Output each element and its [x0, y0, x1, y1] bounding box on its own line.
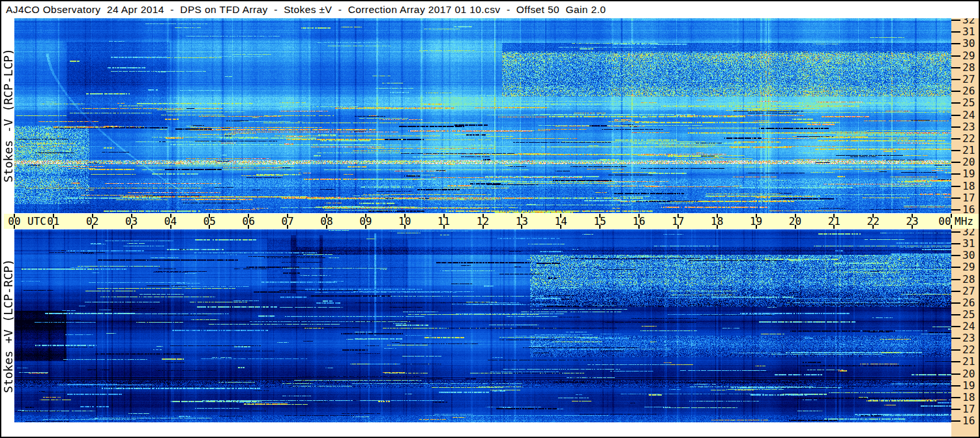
- freq-tick-top: [951, 209, 960, 211]
- freq-tick-bottom: [951, 397, 960, 398]
- freq-label-bottom: 17: [962, 403, 978, 415]
- freq-label-top: 27: [962, 74, 978, 85]
- freq-label-top: 26: [962, 85, 978, 97]
- freq-tick-bottom: [951, 373, 960, 375]
- hour-label: 00: [934, 214, 956, 229]
- hour-label: 15: [589, 214, 611, 229]
- freq-tick-top: [951, 91, 960, 92]
- hour-label: 02: [82, 214, 104, 229]
- freq-label-top: 21: [962, 145, 978, 156]
- freq-label-top: 25: [962, 97, 978, 109]
- hour-label: 10: [394, 214, 416, 229]
- freq-tick-top: [951, 43, 960, 44]
- freq-tick-top: [951, 162, 960, 163]
- freq-label-bottom: 19: [962, 380, 978, 392]
- freq-label-bottom: 20: [962, 368, 978, 380]
- freq-tick-bottom: [951, 231, 960, 233]
- freq-tick-top: [951, 126, 960, 128]
- freq-label-top: 17: [962, 192, 978, 204]
- freq-tick-top: [951, 115, 960, 116]
- freq-label-bottom: 21: [962, 356, 978, 368]
- freq-tick-bottom: [951, 314, 960, 315]
- freq-tick-top: [951, 102, 960, 104]
- freq-label-top: 18: [962, 181, 978, 192]
- freq-label-bottom: 31: [962, 238, 978, 250]
- hour-label: 11: [433, 214, 455, 229]
- freq-tick-bottom: [951, 255, 960, 256]
- freq-label-bottom: 23: [962, 332, 978, 344]
- hour-label: 16: [628, 214, 650, 229]
- freq-label-bottom: 29: [962, 261, 978, 273]
- freq-label-bottom: 24: [962, 321, 978, 332]
- freq-label-top: 30: [962, 38, 978, 50]
- freq-label-bottom: 25: [962, 309, 978, 321]
- hour-label: 07: [276, 214, 299, 229]
- freq-tick-top: [951, 150, 960, 151]
- freq-tick-bottom: [951, 267, 960, 268]
- hour-label: 13: [511, 214, 533, 229]
- freq-tick-top: [951, 197, 960, 199]
- panel-label-stokes-plus-v: Stokes +V (LCP-RCP): [1, 259, 15, 393]
- freq-tick-bottom: [951, 409, 960, 410]
- hour-label: 08: [316, 214, 338, 229]
- freq-label-top: 31: [962, 26, 978, 38]
- hour-label: 17: [667, 214, 689, 229]
- freq-tick-top: [951, 67, 960, 68]
- freq-tick-top: [951, 55, 960, 57]
- hour-label: 12: [472, 214, 494, 229]
- hour-label: 05: [198, 214, 220, 229]
- freq-tick-top: [951, 186, 960, 187]
- hour-label: 14: [550, 214, 572, 229]
- hour-label: 00: [3, 214, 25, 229]
- spectrogram-stokes-minus-v: [14, 18, 951, 213]
- freq-label-top: 28: [962, 62, 978, 74]
- freq-label-bottom: 18: [962, 392, 978, 403]
- freq-label-top: 23: [962, 121, 978, 133]
- freq-tick-bottom: [951, 326, 960, 327]
- freq-tick-bottom: [951, 279, 960, 280]
- freq-label-bottom: 16: [962, 415, 978, 427]
- freq-label-top: 22: [962, 133, 978, 145]
- mhz-unit-label: MHz: [955, 214, 973, 229]
- freq-tick-bottom: [951, 243, 960, 244]
- freq-label-top: 19: [962, 168, 978, 180]
- hour-label: 18: [706, 214, 728, 229]
- freq-label-bottom: 28: [962, 274, 978, 285]
- freq-label-bottom: 22: [962, 344, 978, 356]
- hour-label: 23: [901, 214, 923, 229]
- freq-label-bottom: 26: [962, 297, 978, 309]
- title-bar: AJ4CO Observatory 24 Apr 2014 - DPS on T…: [1, 1, 979, 18]
- freq-tick-bottom: [951, 420, 960, 422]
- hour-label: 03: [121, 214, 143, 229]
- freq-tick-top: [951, 31, 960, 33]
- time-axis: 0001020304050607080910111213141516171819…: [4, 214, 979, 229]
- hour-label: 09: [355, 214, 377, 229]
- freq-tick-top: [951, 79, 960, 80]
- freq-tick-top: [951, 138, 960, 139]
- hour-label: 21: [823, 214, 845, 229]
- hour-label: 19: [745, 214, 767, 229]
- hour-label: 04: [160, 214, 182, 229]
- freq-tick-bottom: [951, 338, 960, 339]
- hour-label: 22: [862, 214, 884, 229]
- freq-label-bottom: 30: [962, 250, 978, 261]
- freq-label-top: 24: [962, 110, 978, 121]
- freq-tick-bottom: [951, 385, 960, 387]
- freq-tick-top: [951, 173, 960, 175]
- hour-label: 20: [784, 214, 807, 229]
- spectrogram-stokes-plus-v: [14, 229, 951, 422]
- utc-unit-label: UTC: [27, 214, 46, 229]
- freq-tick-bottom: [951, 349, 960, 351]
- freq-label-top: 20: [962, 156, 978, 168]
- panel-label-stokes-minus-v: Stokes -V (RCP-LCP): [1, 48, 15, 182]
- freq-tick-bottom: [951, 302, 960, 304]
- hour-label: 06: [237, 214, 260, 229]
- freq-label-bottom: 27: [962, 285, 978, 297]
- freq-tick-top: [951, 20, 960, 21]
- freq-tick-bottom: [951, 291, 960, 292]
- freq-tick-bottom: [951, 361, 960, 362]
- freq-label-top: 29: [962, 50, 978, 62]
